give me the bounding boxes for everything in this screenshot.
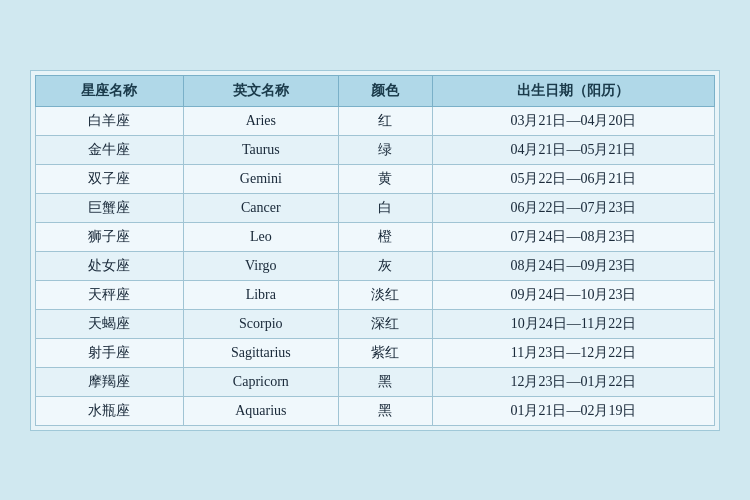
- table-cell: 巨蟹座: [36, 193, 184, 222]
- table-cell: Scorpio: [183, 309, 338, 338]
- table-cell: 01月21日—02月19日: [432, 396, 714, 425]
- table-cell: 12月23日—01月22日: [432, 367, 714, 396]
- table-cell: Virgo: [183, 251, 338, 280]
- table-cell: 狮子座: [36, 222, 184, 251]
- table-cell: 黑: [338, 396, 432, 425]
- table-cell: 红: [338, 106, 432, 135]
- table-cell: 05月22日—06月21日: [432, 164, 714, 193]
- main-container: 星座名称 英文名称 颜色 出生日期（阳历） 白羊座Aries红03月21日—04…: [30, 70, 720, 431]
- table-cell: Capricorn: [183, 367, 338, 396]
- table-cell: 水瓶座: [36, 396, 184, 425]
- table-cell: 10月24日—11月22日: [432, 309, 714, 338]
- table-cell: 黄: [338, 164, 432, 193]
- table-cell: Aquarius: [183, 396, 338, 425]
- col-header-chinese: 星座名称: [36, 75, 184, 106]
- table-cell: Libra: [183, 280, 338, 309]
- table-cell: 09月24日—10月23日: [432, 280, 714, 309]
- table-row: 巨蟹座Cancer白06月22日—07月23日: [36, 193, 715, 222]
- table-row: 金牛座Taurus绿04月21日—05月21日: [36, 135, 715, 164]
- table-cell: 白羊座: [36, 106, 184, 135]
- table-cell: 11月23日—12月22日: [432, 338, 714, 367]
- table-cell: 双子座: [36, 164, 184, 193]
- table-cell: 处女座: [36, 251, 184, 280]
- table-cell: 灰: [338, 251, 432, 280]
- table-cell: 紫红: [338, 338, 432, 367]
- table-cell: 06月22日—07月23日: [432, 193, 714, 222]
- table-cell: 深红: [338, 309, 432, 338]
- col-header-english: 英文名称: [183, 75, 338, 106]
- table-cell: 天蝎座: [36, 309, 184, 338]
- table-row: 射手座Sagittarius紫红11月23日—12月22日: [36, 338, 715, 367]
- col-header-date: 出生日期（阳历）: [432, 75, 714, 106]
- table-row: 白羊座Aries红03月21日—04月20日: [36, 106, 715, 135]
- table-cell: 金牛座: [36, 135, 184, 164]
- table-row: 水瓶座Aquarius黑01月21日—02月19日: [36, 396, 715, 425]
- table-cell: Sagittarius: [183, 338, 338, 367]
- col-header-color: 颜色: [338, 75, 432, 106]
- table-header-row: 星座名称 英文名称 颜色 出生日期（阳历）: [36, 75, 715, 106]
- table-cell: 04月21日—05月21日: [432, 135, 714, 164]
- table-row: 处女座Virgo灰08月24日—09月23日: [36, 251, 715, 280]
- table-row: 摩羯座Capricorn黑12月23日—01月22日: [36, 367, 715, 396]
- table-cell: Gemini: [183, 164, 338, 193]
- table-cell: 03月21日—04月20日: [432, 106, 714, 135]
- table-cell: 射手座: [36, 338, 184, 367]
- table-cell: 橙: [338, 222, 432, 251]
- table-cell: 淡红: [338, 280, 432, 309]
- table-cell: 天秤座: [36, 280, 184, 309]
- table-cell: Aries: [183, 106, 338, 135]
- table-cell: Leo: [183, 222, 338, 251]
- table-row: 天秤座Libra淡红09月24日—10月23日: [36, 280, 715, 309]
- table-cell: Cancer: [183, 193, 338, 222]
- table-row: 双子座Gemini黄05月22日—06月21日: [36, 164, 715, 193]
- zodiac-table: 星座名称 英文名称 颜色 出生日期（阳历） 白羊座Aries红03月21日—04…: [35, 75, 715, 426]
- table-cell: 07月24日—08月23日: [432, 222, 714, 251]
- table-cell: Taurus: [183, 135, 338, 164]
- table-cell: 摩羯座: [36, 367, 184, 396]
- table-cell: 08月24日—09月23日: [432, 251, 714, 280]
- table-cell: 绿: [338, 135, 432, 164]
- table-cell: 黑: [338, 367, 432, 396]
- table-row: 天蝎座Scorpio深红10月24日—11月22日: [36, 309, 715, 338]
- table-row: 狮子座Leo橙07月24日—08月23日: [36, 222, 715, 251]
- table-cell: 白: [338, 193, 432, 222]
